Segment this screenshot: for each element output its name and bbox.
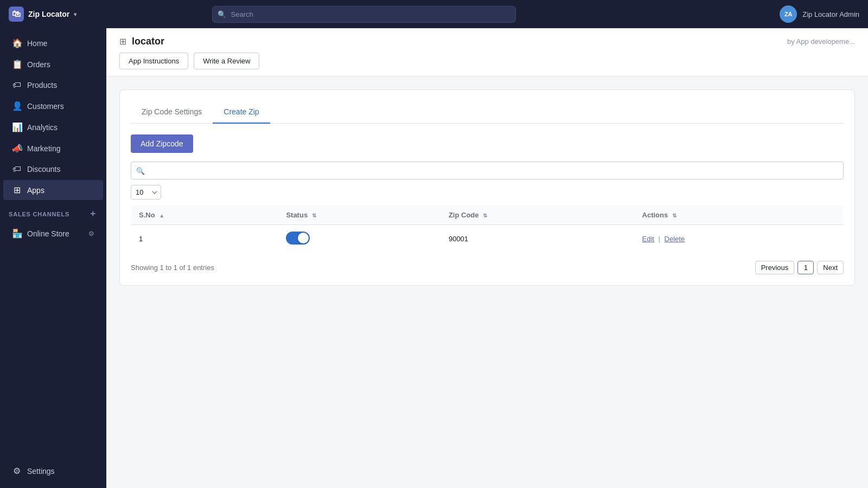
admin-name: Zip Locator Admin [802,10,859,18]
cell-actions: Edit | Delete [635,225,844,253]
sidebar-item-label: Apps [27,186,44,195]
tabs: Zip Code Settings Create Zip [131,101,844,124]
cell-status [278,225,441,253]
shopify-icon: 🛍 [9,7,24,22]
per-page-row: 10 25 50 100 [131,185,844,200]
pagination-previous[interactable]: Previous [755,261,795,274]
sidebar-item-marketing[interactable]: 📣 Marketing [3,138,103,158]
nav-right: ZA Zip Locator Admin [780,5,859,23]
sales-channels-label: SALES CHANNELS [9,211,69,217]
avatar: ZA [780,5,797,23]
top-nav: 🛍 Zip Locator ▾ 🔍 ZA Zip Locator Admin [0,0,868,28]
sidebar-item-discounts[interactable]: 🏷 Discounts [3,159,103,179]
pagination-current-page: 1 [797,261,814,274]
sidebar-item-label: Settings [27,467,55,476]
app-instructions-button[interactable]: App Instructions [119,53,188,69]
page-by: by App developeme... [787,37,855,46]
sidebar-item-label: Orders [27,60,50,69]
pagination-showing: Showing 1 to 1 of 1 entries [131,264,214,272]
table-search-container: 🔍 [131,162,844,179]
cell-sno: 1 [131,225,279,253]
sidebar-item-online-store[interactable]: 🏪 Online Store ⚙ [3,223,103,243]
col-actions[interactable]: Actions ⇅ [635,206,844,225]
search-icon: 🔍 [218,10,226,18]
col-zipcode[interactable]: Zip Code ⇅ [441,206,635,225]
marketing-icon: 📣 [12,143,22,153]
global-search: 🔍 [212,6,516,23]
tab-zip-code-settings[interactable]: Zip Code Settings [131,101,213,124]
tab-content-create-zip: Add Zipcode 🔍 10 25 50 100 [131,124,844,274]
products-icon: 🏷 [12,80,22,90]
pagination-next[interactable]: Next [817,261,844,274]
table-search-input[interactable] [131,162,844,179]
sidebar-item-label: Home [27,39,47,48]
pagination-row: Showing 1 to 1 of 1 entries Previous 1 N… [131,261,844,274]
add-zipcode-button[interactable]: Add Zipcode [131,134,193,153]
sidebar: 🏠 Home 📋 Orders 🏷 Products 👤 Customers 📊… [0,28,106,488]
discounts-icon: 🏷 [12,164,22,174]
online-store-icon: 🏪 [12,228,22,239]
pagination-controls: Previous 1 Next [755,261,844,274]
table-row: 1 90001 Edit | Delet [131,225,844,253]
status-toggle[interactable] [286,232,310,245]
per-page-select[interactable]: 10 25 50 100 [131,185,161,200]
online-store-settings-icon[interactable]: ⚙ [88,230,94,237]
sidebar-item-label: Discounts [27,165,60,174]
sidebar-item-products[interactable]: 🏷 Products [3,75,103,95]
sort-icon-status: ⇅ [312,213,316,219]
page-title: locator [132,36,164,47]
sidebar-item-label: Marketing [27,144,60,153]
brand[interactable]: 🛍 Zip Locator ▾ [9,7,76,22]
home-icon: 🏠 [12,38,22,48]
orders-icon: 📋 [12,59,22,69]
zip-table: S.No ▲ Status ⇅ Zip Code ⇅ [131,205,844,253]
page-header: ⊞ locator by App developeme... App Instr… [106,28,868,76]
sales-channels-header: SALES CHANNELS ＋ [0,201,106,223]
sidebar-item-settings[interactable]: ⚙ Settings [3,461,103,481]
sidebar-item-analytics[interactable]: 📊 Analytics [3,117,103,137]
main-card: Zip Code Settings Create Zip Add Zipcode… [119,89,855,286]
action-separator: | [659,235,660,243]
col-sno[interactable]: S.No ▲ [131,206,279,225]
add-sales-channel-button[interactable]: ＋ [88,208,98,220]
cell-zipcode: 90001 [441,225,635,253]
toggle-thumb [298,233,309,243]
sort-icon-actions: ⇅ [672,213,676,219]
settings-icon: ⚙ [12,466,22,476]
edit-link[interactable]: Edit [642,235,654,243]
tab-create-zip[interactable]: Create Zip [213,101,270,124]
analytics-icon: 📊 [12,122,22,132]
main-content: ⊞ locator by App developeme... App Instr… [106,28,868,488]
sidebar-item-label: Analytics [27,123,58,132]
page-title-icon: ⊞ [119,36,126,47]
sort-icon-zipcode: ⇅ [483,213,487,219]
sidebar-item-label: Online Store [27,229,69,238]
search-input[interactable] [212,6,516,23]
sidebar-item-orders[interactable]: 📋 Orders [3,54,103,74]
delete-link[interactable]: Delete [665,235,685,243]
brand-name: Zip Locator [28,10,69,18]
customers-icon: 👤 [12,101,22,111]
sidebar-item-customers[interactable]: 👤 Customers [3,96,103,116]
apps-icon: ⊞ [12,185,22,195]
sort-icon-sno: ▲ [159,213,164,219]
sidebar-item-apps[interactable]: ⊞ Apps [3,180,103,200]
col-status[interactable]: Status ⇅ [278,206,441,225]
chevron-down-icon: ▾ [74,11,76,17]
sidebar-item-label: Products [27,81,57,89]
page-actions: App Instructions Write a Review [119,53,855,76]
sidebar-item-label: Customers [27,102,64,111]
write-review-button[interactable]: Write a Review [194,53,259,69]
table-search-icon: 🔍 [136,166,145,175]
sidebar-item-home[interactable]: 🏠 Home [3,33,103,53]
